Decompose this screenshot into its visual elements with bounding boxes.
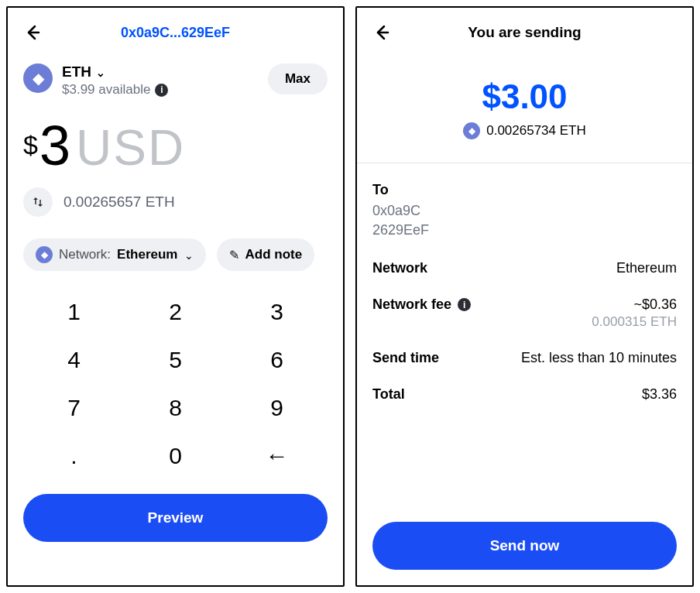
asset-selector-row: ◆ ETH ⌄ $3.99 available i Max bbox=[23, 63, 328, 98]
screen-title: You are sending bbox=[391, 24, 658, 41]
back-arrow-icon[interactable] bbox=[372, 23, 391, 42]
total-label: Total bbox=[372, 386, 405, 403]
key-4[interactable]: 4 bbox=[23, 336, 125, 384]
chevron-down-icon: ⌄ bbox=[184, 249, 194, 262]
send-confirm-screen: You are sending $3.00 ◆ 0.00265734 ETH T… bbox=[355, 6, 694, 587]
asset-available-text: $3.99 available bbox=[62, 82, 150, 98]
currency-code: USD bbox=[76, 123, 185, 173]
key-3[interactable]: 3 bbox=[226, 288, 328, 336]
network-fee-eth: 0.000315 ETH bbox=[592, 314, 677, 330]
send-now-button-label: Send now bbox=[490, 537, 560, 554]
back-arrow-icon[interactable] bbox=[23, 23, 42, 42]
network-value: Ethereum bbox=[616, 260, 677, 276]
key-backspace[interactable]: ← bbox=[226, 432, 328, 480]
key-8[interactable]: 8 bbox=[125, 384, 226, 432]
network-pill[interactable]: ◆ Network: Ethereum ⌄ bbox=[23, 238, 206, 271]
preview-button[interactable]: Preview bbox=[23, 494, 328, 542]
swap-row: 0.00265657 ETH bbox=[23, 187, 328, 217]
send-now-button[interactable]: Send now bbox=[372, 522, 677, 570]
to-address-line1: 0x0a9C bbox=[372, 203, 420, 218]
eth-icon: ◆ bbox=[36, 246, 53, 263]
network-row: Network Ethereum bbox=[372, 260, 677, 276]
key-9[interactable]: 9 bbox=[226, 384, 328, 432]
recipient-address-header[interactable]: 0x0a9C...629EeF bbox=[42, 25, 309, 41]
amount-display: $ 3 USD bbox=[23, 118, 328, 173]
network-value: Ethereum bbox=[117, 247, 177, 262]
key-0[interactable]: 0 bbox=[125, 432, 226, 480]
max-button-label: Max bbox=[285, 71, 311, 86]
key-7[interactable]: 7 bbox=[23, 384, 125, 432]
key-2[interactable]: 2 bbox=[125, 288, 226, 336]
pencil-icon: ✎ bbox=[229, 248, 239, 262]
to-block: To 0x0a9C 2629EeF bbox=[372, 182, 677, 240]
info-icon[interactable]: i bbox=[155, 84, 168, 97]
eth-equivalent-text: 0.00265657 ETH bbox=[63, 194, 175, 211]
eth-icon: ◆ bbox=[23, 63, 53, 93]
topbar-right: You are sending bbox=[372, 22, 677, 43]
divider bbox=[357, 163, 692, 163]
add-note-label: Add note bbox=[245, 247, 303, 262]
total-value: $3.36 bbox=[642, 386, 677, 403]
send-time-label: Send time bbox=[372, 350, 439, 366]
summary-amount-block: $3.00 ◆ 0.00265734 ETH bbox=[372, 77, 677, 139]
swap-currency-button[interactable] bbox=[23, 187, 53, 217]
numeric-keypad: 1 2 3 4 5 6 7 8 9 . 0 ← bbox=[23, 288, 328, 480]
asset-symbol: ETH bbox=[62, 63, 91, 81]
send-time-value: Est. less than 10 minutes bbox=[521, 350, 677, 366]
summary-usd-amount: $3.00 bbox=[372, 77, 677, 116]
send-time-row: Send time Est. less than 10 minutes bbox=[372, 350, 677, 366]
key-1[interactable]: 1 bbox=[23, 288, 125, 336]
asset-selector[interactable]: ETH ⌄ bbox=[62, 63, 168, 81]
max-button[interactable]: Max bbox=[268, 63, 328, 94]
key-5[interactable]: 5 bbox=[125, 336, 226, 384]
network-label: Network bbox=[372, 260, 427, 276]
add-note-pill[interactable]: ✎ Add note bbox=[217, 238, 315, 271]
amount-value: 3 bbox=[39, 118, 71, 173]
key-dot[interactable]: . bbox=[23, 432, 125, 480]
chevron-down-icon: ⌄ bbox=[96, 67, 105, 79]
currency-glyph: $ bbox=[23, 130, 38, 160]
summary-eth-amount: 0.00265734 ETH bbox=[486, 123, 586, 139]
to-address-line2: 2629EeF bbox=[372, 222, 429, 238]
eth-icon: ◆ bbox=[463, 122, 480, 139]
network-fee-row: Network fee i ~$0.36 0.000315 ETH bbox=[372, 296, 677, 330]
total-row: Total $3.36 bbox=[372, 386, 677, 403]
network-label-prefix: Network: bbox=[59, 247, 111, 262]
send-entry-screen: 0x0a9C...629EeF ◆ ETH ⌄ $3.99 available … bbox=[6, 6, 345, 587]
preview-button-label: Preview bbox=[148, 509, 204, 526]
to-label: To bbox=[372, 182, 677, 198]
topbar-left: 0x0a9C...629EeF bbox=[23, 22, 328, 43]
network-fee-label: Network fee bbox=[372, 296, 451, 313]
info-icon[interactable]: i bbox=[458, 298, 471, 311]
key-6[interactable]: 6 bbox=[226, 336, 328, 384]
network-fee-usd: ~$0.36 bbox=[633, 296, 677, 312]
